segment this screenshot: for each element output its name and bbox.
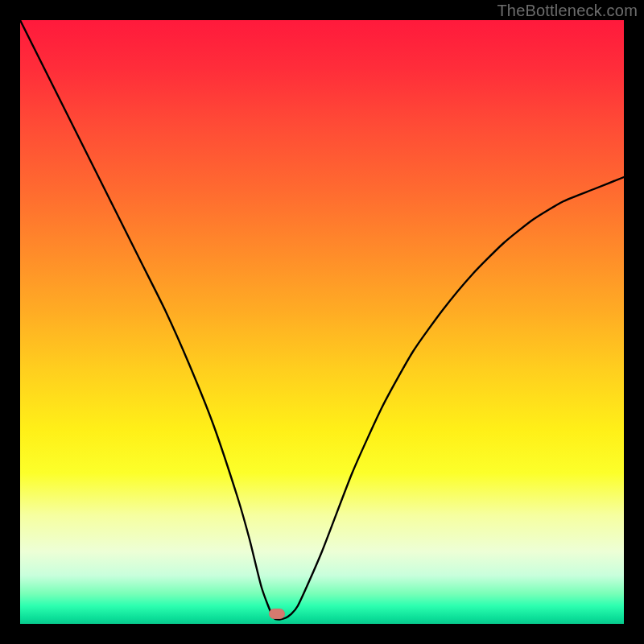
plot-area <box>20 20 624 624</box>
chart-frame: TheBottleneck.com <box>0 0 644 644</box>
optimum-marker <box>269 609 285 619</box>
watermark-text: TheBottleneck.com <box>497 2 638 20</box>
bottleneck-curve <box>20 20 624 624</box>
